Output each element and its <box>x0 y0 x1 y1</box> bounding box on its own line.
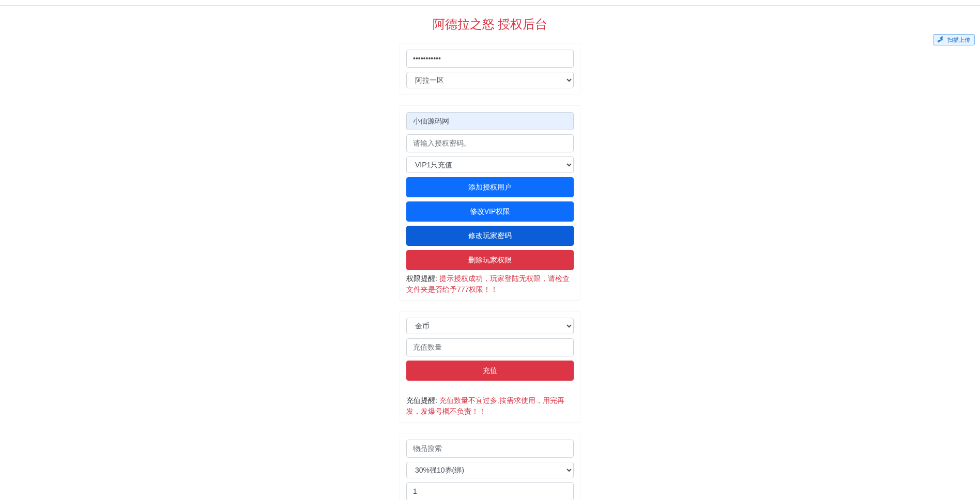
main-container: 阿德拉之怒 授权后台 阿拉一区 VIP1只充值 添加授权用户 修改VIP权限 修… <box>392 16 588 500</box>
recharge-amount-input[interactable] <box>406 338 574 356</box>
recharge-warning-label: 充值提醒: <box>406 396 439 404</box>
vip-select[interactable]: VIP1只充值 <box>406 157 574 173</box>
recharge-warning: 充值提醒: 充值数量不宜过多,按需求使用，用完再发，发爆号概不负责！！ <box>406 395 574 417</box>
server-select[interactable]: 阿拉一区 <box>406 72 574 88</box>
auth-warning-label: 权限提醒: <box>406 274 439 283</box>
password-input[interactable] <box>406 50 574 68</box>
auth-section: VIP1只充值 添加授权用户 修改VIP权限 修改玩家密码 删除玩家权限 权限提… <box>400 105 580 301</box>
login-section: 阿拉一区 <box>400 43 580 95</box>
item-quantity-input[interactable] <box>406 482 574 500</box>
cloud-share-icon <box>936 36 945 44</box>
username-input[interactable] <box>406 112 574 130</box>
recharge-button[interactable]: 充值 <box>406 361 574 381</box>
upload-label: 扫描上传 <box>947 36 970 44</box>
top-divider <box>0 5 980 6</box>
auth-warning: 权限提醒: 提示授权成功，玩家登陆无权限，请检查文件夹是否给予777权限！！ <box>406 273 574 295</box>
mail-section: 30%强10券(绑) 发送邮件物品 <box>400 433 580 500</box>
add-user-button[interactable]: 添加授权用户 <box>406 177 574 197</box>
upload-widget[interactable]: 扫描上传 <box>933 34 975 45</box>
modify-vip-button[interactable]: 修改VIP权限 <box>406 201 574 222</box>
recharge-section: 金币 充值 充值提醒: 充值数量不宜过多,按需求使用，用完再发，发爆号概不负责！… <box>400 311 580 423</box>
item-select[interactable]: 30%强10券(绑) <box>406 462 574 478</box>
recharge-type-select[interactable]: 金币 <box>406 318 574 334</box>
auth-code-input[interactable] <box>406 134 574 152</box>
modify-password-button[interactable]: 修改玩家密码 <box>406 226 574 246</box>
delete-permission-button[interactable]: 删除玩家权限 <box>406 250 574 270</box>
item-search-input[interactable] <box>406 440 574 458</box>
page-title: 阿德拉之怒 授权后台 <box>400 16 580 33</box>
